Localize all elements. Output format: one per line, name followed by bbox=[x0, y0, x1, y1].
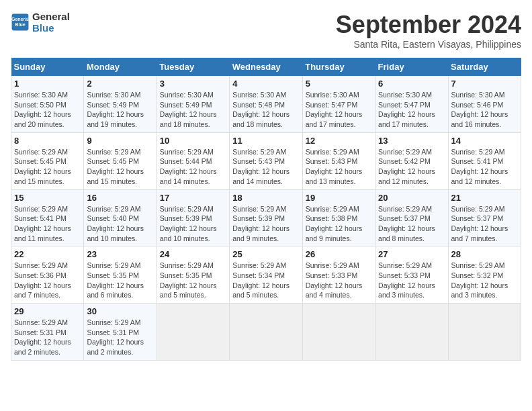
day-cell-6: 6Sunrise: 5:30 AM Sunset: 5:47 PM Daylig… bbox=[375, 76, 448, 132]
day-info: Sunrise: 5:29 AM Sunset: 5:35 PM Dayligh… bbox=[160, 261, 226, 300]
day-cell-28: 28Sunrise: 5:29 AM Sunset: 5:32 PM Dayli… bbox=[448, 246, 521, 304]
day-number: 5 bbox=[306, 79, 372, 89]
day-number: 12 bbox=[306, 136, 372, 146]
day-cell-18: 18Sunrise: 5:29 AM Sunset: 5:39 PM Dayli… bbox=[230, 189, 302, 246]
day-number: 27 bbox=[378, 249, 445, 259]
day-info: Sunrise: 5:29 AM Sunset: 5:41 PM Dayligh… bbox=[451, 147, 518, 187]
day-number: 14 bbox=[451, 136, 518, 146]
day-number: 1 bbox=[14, 79, 81, 89]
day-number: 20 bbox=[378, 193, 445, 203]
day-number: 9 bbox=[87, 136, 153, 146]
day-info: Sunrise: 5:29 AM Sunset: 5:33 PM Dayligh… bbox=[378, 261, 445, 300]
calendar-table: SundayMondayTuesdayWednesdayThursdayFrid… bbox=[11, 58, 521, 361]
day-number: 30 bbox=[87, 306, 153, 316]
day-cell-9: 9Sunrise: 5:29 AM Sunset: 5:45 PM Daylig… bbox=[84, 132, 157, 189]
location-title: Santa Rita, Eastern Visayas, Philippines bbox=[336, 39, 521, 50]
day-cell-27: 27Sunrise: 5:29 AM Sunset: 5:33 PM Dayli… bbox=[375, 246, 448, 304]
logo-text: General Blue bbox=[32, 11, 70, 34]
empty-day bbox=[302, 304, 375, 361]
logo: General Blue General Blue bbox=[11, 11, 70, 34]
day-info: Sunrise: 5:29 AM Sunset: 5:39 PM Dayligh… bbox=[160, 204, 226, 244]
day-info: Sunrise: 5:29 AM Sunset: 5:45 PM Dayligh… bbox=[87, 147, 153, 187]
day-info: Sunrise: 5:29 AM Sunset: 5:32 PM Dayligh… bbox=[451, 261, 518, 300]
day-info: Sunrise: 5:29 AM Sunset: 5:37 PM Dayligh… bbox=[378, 204, 445, 244]
empty-day bbox=[448, 304, 521, 361]
day-info: Sunrise: 5:29 AM Sunset: 5:36 PM Dayligh… bbox=[14, 261, 81, 300]
day-cell-5: 5Sunrise: 5:30 AM Sunset: 5:47 PM Daylig… bbox=[302, 76, 375, 132]
title-area: September 2024 Santa Rita, Eastern Visay… bbox=[336, 11, 521, 50]
logo-icon: General Blue bbox=[11, 13, 30, 32]
day-cell-10: 10Sunrise: 5:29 AM Sunset: 5:44 PM Dayli… bbox=[157, 132, 229, 189]
day-info: Sunrise: 5:30 AM Sunset: 5:50 PM Dayligh… bbox=[14, 90, 81, 130]
month-title: September 2024 bbox=[336, 11, 521, 39]
day-number: 29 bbox=[14, 306, 81, 316]
day-cell-21: 21Sunrise: 5:29 AM Sunset: 5:37 PM Dayli… bbox=[448, 189, 521, 246]
day-cell-20: 20Sunrise: 5:29 AM Sunset: 5:37 PM Dayli… bbox=[375, 189, 448, 246]
day-number: 8 bbox=[14, 136, 81, 146]
day-info: Sunrise: 5:29 AM Sunset: 5:39 PM Dayligh… bbox=[232, 204, 299, 244]
day-number: 11 bbox=[232, 136, 299, 146]
empty-day bbox=[230, 304, 302, 361]
day-cell-26: 26Sunrise: 5:29 AM Sunset: 5:33 PM Dayli… bbox=[302, 246, 375, 304]
day-number: 4 bbox=[232, 79, 299, 89]
page-header: General Blue General Blue September 2024… bbox=[11, 11, 521, 50]
day-cell-19: 19Sunrise: 5:29 AM Sunset: 5:38 PM Dayli… bbox=[302, 189, 375, 246]
day-cell-11: 11Sunrise: 5:29 AM Sunset: 5:43 PM Dayli… bbox=[230, 132, 302, 189]
col-header-thursday: Thursday bbox=[302, 58, 375, 76]
day-number: 7 bbox=[451, 79, 518, 89]
day-cell-2: 2Sunrise: 5:30 AM Sunset: 5:49 PM Daylig… bbox=[84, 76, 157, 132]
col-header-friday: Friday bbox=[375, 58, 448, 76]
day-info: Sunrise: 5:29 AM Sunset: 5:41 PM Dayligh… bbox=[14, 204, 81, 244]
day-cell-15: 15Sunrise: 5:29 AM Sunset: 5:41 PM Dayli… bbox=[11, 189, 84, 246]
day-info: Sunrise: 5:30 AM Sunset: 5:49 PM Dayligh… bbox=[87, 90, 153, 130]
day-info: Sunrise: 5:30 AM Sunset: 5:46 PM Dayligh… bbox=[451, 90, 518, 130]
day-cell-16: 16Sunrise: 5:29 AM Sunset: 5:40 PM Dayli… bbox=[84, 189, 157, 246]
day-cell-22: 22Sunrise: 5:29 AM Sunset: 5:36 PM Dayli… bbox=[11, 246, 84, 304]
day-cell-24: 24Sunrise: 5:29 AM Sunset: 5:35 PM Dayli… bbox=[157, 246, 229, 304]
calendar-week-2: 8Sunrise: 5:29 AM Sunset: 5:45 PM Daylig… bbox=[11, 132, 521, 189]
svg-text:Blue: Blue bbox=[15, 22, 25, 27]
day-cell-7: 7Sunrise: 5:30 AM Sunset: 5:46 PM Daylig… bbox=[448, 76, 521, 132]
day-cell-14: 14Sunrise: 5:29 AM Sunset: 5:41 PM Dayli… bbox=[448, 132, 521, 189]
day-info: Sunrise: 5:29 AM Sunset: 5:43 PM Dayligh… bbox=[306, 147, 372, 187]
day-info: Sunrise: 5:29 AM Sunset: 5:34 PM Dayligh… bbox=[232, 261, 299, 300]
day-info: Sunrise: 5:29 AM Sunset: 5:43 PM Dayligh… bbox=[232, 147, 299, 187]
col-header-saturday: Saturday bbox=[448, 58, 521, 76]
day-number: 2 bbox=[87, 79, 153, 89]
col-header-monday: Monday bbox=[84, 58, 157, 76]
day-cell-8: 8Sunrise: 5:29 AM Sunset: 5:45 PM Daylig… bbox=[11, 132, 84, 189]
day-cell-4: 4Sunrise: 5:30 AM Sunset: 5:48 PM Daylig… bbox=[230, 76, 302, 132]
day-number: 21 bbox=[451, 193, 518, 203]
day-info: Sunrise: 5:30 AM Sunset: 5:47 PM Dayligh… bbox=[378, 90, 445, 130]
day-info: Sunrise: 5:29 AM Sunset: 5:45 PM Dayligh… bbox=[14, 147, 81, 187]
empty-day bbox=[157, 304, 229, 361]
day-cell-17: 17Sunrise: 5:29 AM Sunset: 5:39 PM Dayli… bbox=[157, 189, 229, 246]
day-number: 13 bbox=[378, 136, 445, 146]
day-info: Sunrise: 5:29 AM Sunset: 5:44 PM Dayligh… bbox=[160, 147, 226, 187]
day-number: 28 bbox=[451, 249, 518, 259]
day-number: 16 bbox=[87, 193, 153, 203]
day-info: Sunrise: 5:29 AM Sunset: 5:31 PM Dayligh… bbox=[14, 318, 81, 357]
calendar-week-5: 29Sunrise: 5:29 AM Sunset: 5:31 PM Dayli… bbox=[11, 304, 521, 361]
day-info: Sunrise: 5:30 AM Sunset: 5:49 PM Dayligh… bbox=[160, 90, 226, 130]
day-number: 18 bbox=[232, 193, 299, 203]
day-number: 23 bbox=[87, 249, 153, 259]
day-cell-3: 3Sunrise: 5:30 AM Sunset: 5:49 PM Daylig… bbox=[157, 76, 229, 132]
empty-day bbox=[375, 304, 448, 361]
day-number: 10 bbox=[160, 136, 226, 146]
day-info: Sunrise: 5:29 AM Sunset: 5:35 PM Dayligh… bbox=[87, 261, 153, 300]
calendar-week-4: 22Sunrise: 5:29 AM Sunset: 5:36 PM Dayli… bbox=[11, 246, 521, 304]
calendar-week-3: 15Sunrise: 5:29 AM Sunset: 5:41 PM Dayli… bbox=[11, 189, 521, 246]
day-cell-30: 30Sunrise: 5:29 AM Sunset: 5:31 PM Dayli… bbox=[84, 304, 157, 361]
day-number: 15 bbox=[14, 193, 81, 203]
day-cell-23: 23Sunrise: 5:29 AM Sunset: 5:35 PM Dayli… bbox=[84, 246, 157, 304]
day-info: Sunrise: 5:30 AM Sunset: 5:48 PM Dayligh… bbox=[232, 90, 299, 130]
day-cell-13: 13Sunrise: 5:29 AM Sunset: 5:42 PM Dayli… bbox=[375, 132, 448, 189]
day-number: 3 bbox=[160, 79, 226, 89]
day-info: Sunrise: 5:30 AM Sunset: 5:47 PM Dayligh… bbox=[306, 90, 372, 130]
day-info: Sunrise: 5:29 AM Sunset: 5:40 PM Dayligh… bbox=[87, 204, 153, 244]
day-cell-12: 12Sunrise: 5:29 AM Sunset: 5:43 PM Dayli… bbox=[302, 132, 375, 189]
day-number: 19 bbox=[306, 193, 372, 203]
day-number: 24 bbox=[160, 249, 226, 259]
day-info: Sunrise: 5:29 AM Sunset: 5:33 PM Dayligh… bbox=[306, 261, 372, 300]
